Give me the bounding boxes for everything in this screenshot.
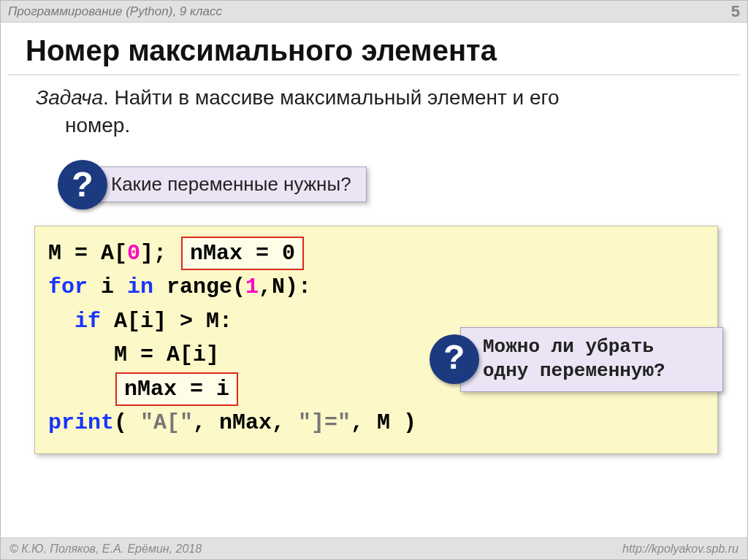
task-text-2: номер. [36, 112, 722, 139]
question-text-2: Можно ли убрать одну переменную? [460, 327, 723, 393]
highlight-nmax-init: nMax = 0 [181, 237, 304, 270]
task-text-1: . Найти в массиве максимальный элемент и… [103, 86, 560, 109]
code-line-1: M = A[0]; nMax = 0 [48, 237, 704, 271]
highlight-nmax-assign: nMax = i [115, 372, 238, 406]
question-callout-1: ? Какие переменные нужны? [58, 160, 367, 210]
slide: Программирование (Python), 9 класс 5 Ном… [0, 0, 748, 560]
slide-footer: © К.Ю. Поляков, Е.А. Ерёмин, 2018 http:/… [1, 537, 747, 559]
copyright-text: © К.Ю. Поляков, Е.А. Ерёмин, 2018 [9, 542, 202, 556]
question-callout-2: ? Можно ли убрать одну переменную? [430, 327, 723, 393]
question-mark-icon: ? [58, 160, 107, 210]
slide-header: Программирование (Python), 9 класс 5 [1, 1, 747, 23]
task-block: Задача. Найти в массиве максимальный эле… [1, 84, 747, 139]
question-text-1: Какие переменные нужны? [88, 166, 367, 202]
subject-text: Программирование (Python), 9 класс [8, 4, 222, 19]
code-line-2: for i in range(1,N): [48, 270, 704, 304]
page-number: 5 [731, 2, 740, 21]
slide-title: Номер максимального элемента [1, 23, 747, 74]
divider [8, 74, 740, 75]
task-label: Задача [36, 86, 103, 109]
code-line-6: print( "A[", nMax, "]=", M ) [48, 406, 704, 440]
code-block: M = A[0]; nMax = 0 for i in range(1,N): … [34, 226, 718, 454]
footer-url: http://kpolyakov.spb.ru [622, 542, 739, 556]
question-mark-icon: ? [430, 334, 479, 384]
